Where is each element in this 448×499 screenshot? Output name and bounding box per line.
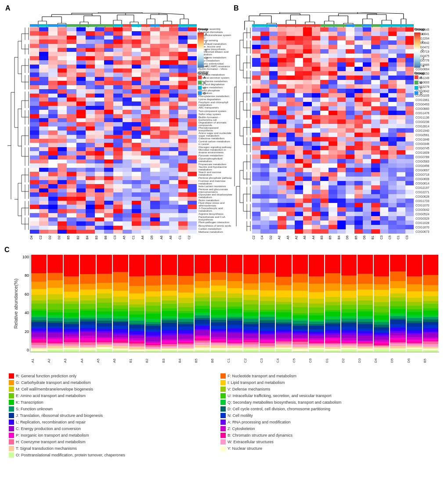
heatmap-cell <box>67 188 76 192</box>
heatmap-cell <box>160 60 169 64</box>
heatmap-cell <box>104 98 113 101</box>
bar-segment <box>211 325 226 329</box>
heatmap-cell <box>160 81 169 85</box>
heatmap-cell-b <box>329 115 337 119</box>
heatmap-cell <box>58 135 67 139</box>
heatmap-cell-b <box>320 133 329 137</box>
bar-segment <box>293 255 308 274</box>
heatmap-cell-b <box>397 89 405 93</box>
bar-segment <box>423 296 438 301</box>
row-label: Pyruvate metabolism <box>198 154 233 157</box>
heatmap-cell-b <box>312 225 320 229</box>
heatmap-cell <box>86 98 95 101</box>
heatmap-cell <box>30 155 39 159</box>
heatmap-cell <box>39 168 48 172</box>
heatmap-cell <box>178 101 188 105</box>
heatmap-cell <box>178 209 188 213</box>
heatmap-cell-b <box>295 119 303 124</box>
heatmap-cell-b <box>388 45 397 49</box>
heatmap-cell-b <box>260 54 269 58</box>
bar-segment <box>407 284 422 291</box>
bar-segment <box>276 333 291 338</box>
panel-a-label: A <box>5 4 11 12</box>
heatmap-cell-b <box>260 119 269 124</box>
heatmap-row <box>30 176 197 180</box>
heatmap-cell <box>95 89 104 93</box>
heatmap-cell <box>76 31 86 35</box>
heatmap-cell-b <box>380 80 388 84</box>
heatmap-cell <box>178 192 188 196</box>
heatmap-cell <box>123 101 132 105</box>
heatmap-cell <box>104 213 113 217</box>
heatmap-cell <box>39 192 48 196</box>
heatmap-cell <box>58 106 67 110</box>
dendro-left-b <box>234 25 251 232</box>
heatmap-cell <box>160 180 169 184</box>
heatmap-cell <box>95 180 104 184</box>
heatmap-cell <box>86 31 95 35</box>
heatmap-cell <box>67 143 76 147</box>
heatmap-cell <box>104 77 113 81</box>
heatmap-cell-b <box>388 181 397 185</box>
heatmap-cell <box>39 69 48 72</box>
heatmap-cell <box>67 155 76 159</box>
heatmap-cell-b <box>260 172 269 177</box>
heatmap-cell <box>113 159 123 163</box>
heatmap-cell-b <box>303 163 311 168</box>
heatmap-cell <box>76 36 86 40</box>
col-label-b: A5 <box>286 234 295 242</box>
heatmap-cell-b <box>371 199 379 203</box>
bar-segment <box>293 297 308 303</box>
heatmap-cell-b <box>363 133 371 137</box>
heatmap-cell <box>169 40 178 43</box>
heatmap-cell <box>178 94 188 98</box>
heatmap-cell-b <box>380 137 388 141</box>
legend-item: T: Signal transduction mechanisms <box>9 446 220 451</box>
heatmap-cell-b <box>380 203 388 207</box>
heatmap-cell-b <box>346 115 354 119</box>
row-label: Pentose and glucuronate interconversions <box>198 188 233 193</box>
heatmap-cell-b <box>380 54 388 58</box>
heatmap-cell-b <box>380 71 388 76</box>
heatmap-cell-b <box>260 45 269 49</box>
bar-segment <box>358 289 373 295</box>
heatmap-row-b <box>252 146 414 150</box>
heatmap-cell-b <box>346 98 354 102</box>
heatmap-cell-b <box>278 159 286 163</box>
heatmap-cell <box>113 172 123 176</box>
heatmap-row <box>30 168 197 172</box>
heatmap-row-b <box>252 150 414 155</box>
bar-segment <box>162 300 177 304</box>
row-label-b: COG0561 <box>415 133 444 137</box>
heatmap-cell <box>30 184 39 188</box>
heatmap-cell-b <box>388 40 397 45</box>
heatmap-cell-b <box>346 93 354 98</box>
heatmap-row-b <box>252 172 414 177</box>
group-color-box <box>198 80 202 85</box>
bar-segment <box>374 322 389 325</box>
heatmap-cell <box>67 217 76 221</box>
col-label-b: A2 <box>278 234 286 242</box>
bar-segment <box>31 311 47 315</box>
group-legend-title-b: Group <box>414 71 443 75</box>
heatmap-cell <box>132 56 141 60</box>
bar-segment <box>145 319 161 322</box>
heatmap-cell-b <box>252 199 260 203</box>
heatmap-cell-b <box>320 124 329 128</box>
bar-segment <box>195 320 210 324</box>
group-bar-cell <box>39 24 48 27</box>
heatmap-cell-b <box>295 102 303 106</box>
heatmap-cell <box>113 230 123 234</box>
heatmap-cell-b <box>312 84 320 89</box>
heatmap-cell <box>39 172 48 176</box>
heatmap-row-b <box>252 128 414 133</box>
heatmap-cell-b <box>371 62 379 67</box>
heatmap-cell <box>30 192 39 196</box>
row-label: Pentose phosphate pathway <box>198 176 233 179</box>
heatmap-cell-b <box>303 221 311 225</box>
heatmap-cell-b <box>405 199 414 203</box>
heatmap-cell <box>132 213 141 217</box>
heatmap-row <box>30 213 197 217</box>
heatmap-cell <box>178 163 188 167</box>
heatmap-cell <box>160 147 169 151</box>
